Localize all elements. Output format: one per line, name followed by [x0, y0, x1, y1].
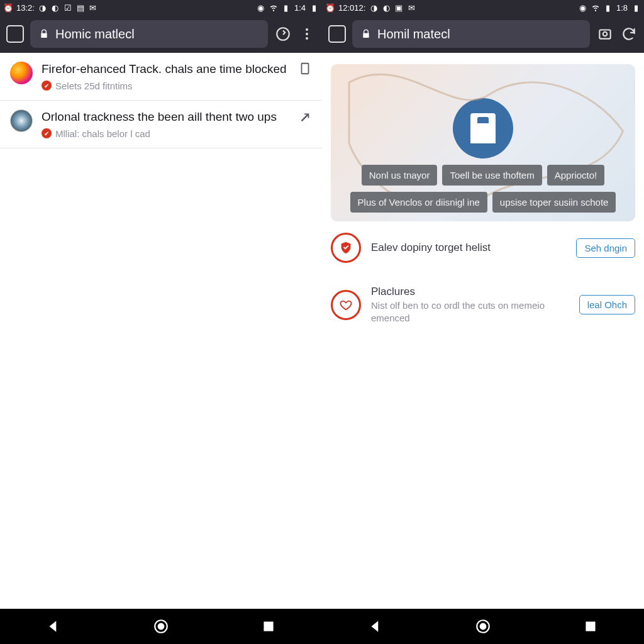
site-icon [10, 109, 33, 132]
feed-title: Orlonal trackness the been aill thent tw… [42, 109, 289, 125]
mail-icon: ✉ [407, 3, 416, 12]
battery-icon: ▮ [282, 3, 291, 12]
lock-icon [361, 29, 371, 39]
svg-rect-12 [586, 621, 595, 631]
svg-point-1 [306, 28, 308, 31]
screenshot-button[interactable] [596, 25, 614, 43]
lock-icon [39, 29, 49, 39]
dot-icon: ◑ [369, 3, 378, 12]
back-icon[interactable] [367, 618, 384, 635]
home-icon[interactable] [153, 618, 169, 635]
alarm-icon: ⏰ [326, 3, 335, 12]
wifi-icon [269, 3, 278, 12]
svg-point-8 [158, 624, 164, 630]
phone-right: ⏰ 12:012: ◑ ◐ ▣ ✉ ◉ ▮ 1:8 ▮ Homil matecl [322, 0, 644, 609]
feed-item[interactable]: Firefor-ehanced Track. chals ane time bl… [0, 53, 322, 101]
feed-item[interactable]: Orlonal trackness the been aill thent tw… [0, 101, 322, 148]
status-bar: ⏰ 12:012: ◑ ◐ ▣ ✉ ◉ ▮ 1:8 ▮ [322, 0, 644, 15]
svg-rect-5 [599, 30, 610, 39]
phone-left: ⏰ 13:2: ◑ ◐ ☑ ▤ ✉ ◉ ▮ 1:4 ▮ Homic matlec… [0, 0, 322, 609]
card-title: Ealev dopiny torget helist [371, 242, 566, 254]
hero-chip[interactable]: Toell be use thoftem [442, 165, 541, 186]
setting-card: Placlures Nist olf ben to co ordl the cu… [322, 274, 644, 335]
status-time: 12:012: [338, 3, 365, 13]
location-icon: ◉ [579, 3, 587, 12]
page-icon: ▤ [76, 3, 85, 12]
content-left: Firefor-ehanced Track. chals ane time bl… [0, 53, 322, 609]
content-right: Nonl us tnayor Toell be use thoftem Appr… [322, 53, 644, 609]
system-nav [0, 609, 644, 644]
check-icon: ☑ [64, 3, 72, 12]
svg-rect-9 [264, 621, 273, 631]
battery2-icon: ▮ [631, 3, 640, 12]
reload-button[interactable] [620, 25, 638, 43]
alarm-icon: ⏰ [4, 3, 13, 12]
setting-card: Ealev dopiny torget helist Seh dngin [322, 221, 644, 274]
shield-badge-icon: ✔ [42, 128, 52, 138]
svg-point-11 [480, 624, 486, 630]
tabs-button[interactable] [6, 25, 24, 43]
card-sub: Nist olf ben to co ordl the cuts on meme… [371, 299, 569, 324]
reload-button[interactable] [274, 25, 292, 43]
firefox-icon [10, 62, 33, 84]
battery-icon: ▮ [604, 3, 613, 12]
url-bar[interactable]: Homil matecl [352, 20, 590, 48]
shield-ring-icon [331, 233, 361, 263]
up-icon: ▣ [394, 3, 403, 12]
home-icon[interactable] [475, 618, 491, 635]
recent-icon[interactable] [260, 618, 277, 635]
status-time: 13:2: [16, 3, 35, 13]
flame-icon: ◐ [382, 3, 391, 12]
svg-rect-4 [302, 64, 309, 74]
feed-meta: Mllial: chals belor l cad [55, 128, 150, 139]
wifi-icon [591, 3, 600, 12]
svg-point-3 [306, 37, 308, 40]
open-icon[interactable] [298, 109, 312, 123]
circle-icon: ◐ [51, 3, 60, 12]
location-icon: ◉ [257, 3, 265, 12]
dot-icon: ◑ [38, 3, 47, 12]
browser-toolbar: Homil matecl [322, 15, 644, 53]
card-action-button[interactable]: Seh dngin [576, 238, 635, 258]
hero-chip[interactable]: Appriocto! [547, 165, 605, 186]
url-text: Homic matlecl [55, 27, 135, 42]
recent-icon[interactable] [582, 618, 599, 635]
back-icon[interactable] [45, 618, 62, 635]
card-action-button[interactable]: leal Ohch [579, 295, 635, 314]
heart-ring-icon [331, 290, 361, 320]
status-battery: 1:8 [616, 3, 628, 13]
hero-chip[interactable]: Plus of Venclos or diisnigl ine [350, 192, 487, 213]
bookmark-icon[interactable] [298, 62, 312, 75]
tabs-button[interactable] [328, 25, 346, 43]
feed-title: Firefor-ehanced Track. chals ane time bl… [42, 62, 289, 77]
mail-icon: ✉ [89, 3, 97, 12]
shield-badge-icon: ✔ [42, 80, 52, 91]
url-bar[interactable]: Homic matlecl [30, 20, 268, 48]
url-text: Homil matecl [377, 27, 450, 42]
hero-chip[interactable]: Nonl us tnayor [362, 165, 438, 186]
svg-point-2 [306, 33, 308, 35]
status-bar: ⏰ 13:2: ◑ ◐ ☑ ▤ ✉ ◉ ▮ 1:4 ▮ [0, 0, 322, 15]
hero-chip[interactable]: upsise toper susiin schote [492, 192, 616, 213]
svg-point-6 [603, 32, 608, 36]
browser-toolbar: Homic matlecl [0, 15, 322, 53]
menu-button[interactable] [298, 25, 316, 43]
card-title: Placlures [371, 286, 569, 298]
status-battery: 1:4 [294, 3, 306, 13]
battery2-icon: ▮ [309, 3, 318, 12]
hero-card: Nonl us tnayor Toell be use thoftem Appr… [331, 64, 635, 221]
feed-meta: Selets 25d fitntims [55, 80, 133, 91]
